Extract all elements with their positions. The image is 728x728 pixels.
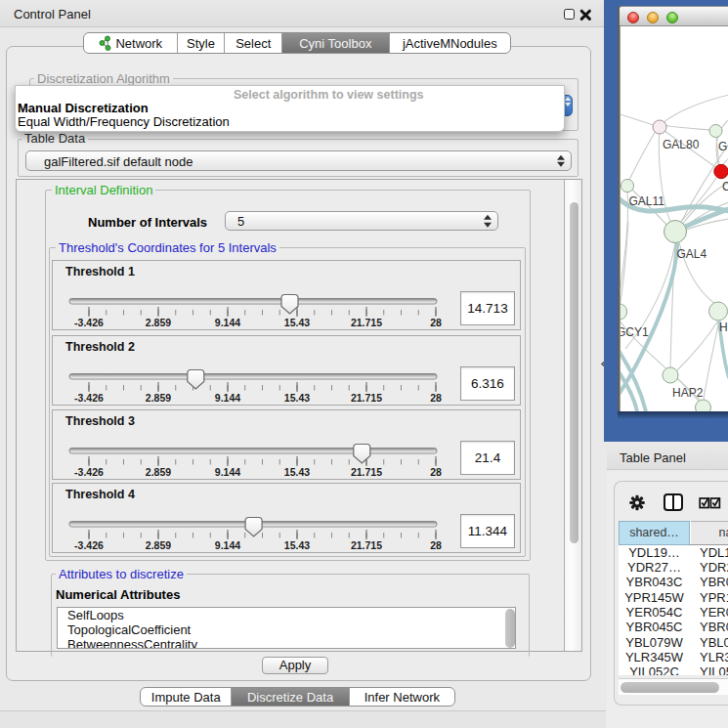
- svg-text:9.144: 9.144: [215, 466, 240, 478]
- svg-text:28: 28: [430, 539, 442, 551]
- svg-text:21.715: 21.715: [351, 466, 382, 478]
- svg-text:28: 28: [430, 317, 442, 328]
- svg-text:15.43: 15.43: [284, 539, 310, 551]
- svg-text:-3.426: -3.426: [74, 392, 104, 404]
- svg-text:21.715: 21.715: [351, 539, 382, 551]
- svg-text:15.43: 15.43: [284, 317, 310, 328]
- svg-text:2.859: 2.859: [146, 392, 171, 404]
- svg-text:21.715: 21.715: [351, 317, 382, 328]
- svg-text:2.859: 2.859: [146, 317, 171, 328]
- svg-text:HAP2: HAP2: [672, 386, 704, 400]
- svg-text:GAL11: GAL11: [629, 194, 665, 208]
- svg-text:21.715: 21.715: [351, 392, 382, 404]
- svg-text:-3.426: -3.426: [74, 539, 104, 551]
- svg-text:C: C: [722, 180, 728, 193]
- svg-text:GAL80: GAL80: [663, 138, 700, 151]
- svg-text:GAL4: GAL4: [677, 247, 707, 261]
- svg-text:G: G: [718, 140, 727, 153]
- svg-text:15.43: 15.43: [284, 392, 310, 404]
- svg-text:H: H: [719, 321, 728, 334]
- svg-text:2.859: 2.859: [146, 466, 171, 478]
- svg-text:28: 28: [430, 392, 442, 404]
- svg-text:-3.426: -3.426: [74, 466, 104, 478]
- svg-text:2.859: 2.859: [146, 539, 171, 551]
- svg-text:-3.426: -3.426: [74, 317, 104, 328]
- svg-text:GCY1: GCY1: [621, 325, 649, 339]
- svg-text:9.144: 9.144: [215, 392, 240, 404]
- svg-text:9.144: 9.144: [215, 539, 240, 551]
- svg-text:9.144: 9.144: [215, 317, 240, 328]
- svg-text:15.43: 15.43: [284, 466, 310, 478]
- svg-text:28: 28: [430, 466, 442, 478]
